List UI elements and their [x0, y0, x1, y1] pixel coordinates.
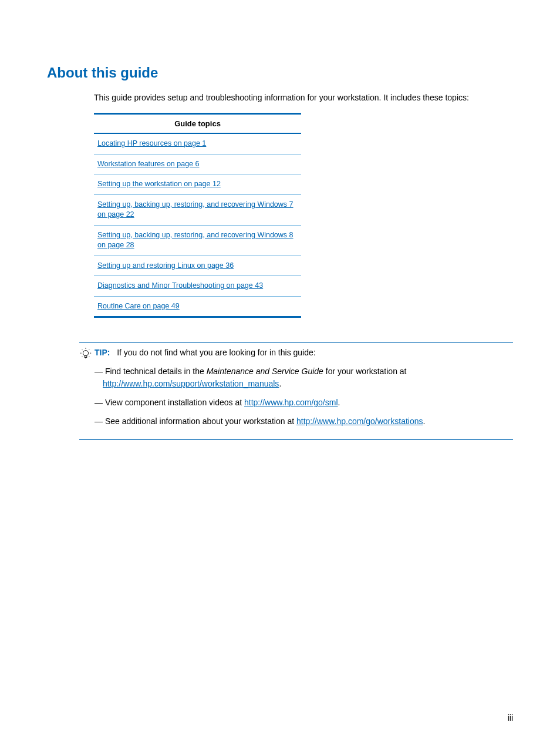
topic-link[interactable]: Setting up the workstation on page 12 [97, 180, 221, 188]
table-header: Guide topics [94, 114, 301, 134]
svg-line-5 [82, 350, 83, 350]
svg-line-6 [89, 350, 90, 350]
page-number: iii [508, 713, 513, 723]
sml-link[interactable]: http://www.hp.com/go/sml [244, 398, 338, 407]
workstations-link[interactable]: http://www.hp.com/go/workstations [296, 416, 423, 426]
guide-topics-table: Guide topics Locating HP resources on pa… [94, 113, 301, 318]
tip-line-3: — See additional information about your … [95, 415, 513, 428]
topic-link[interactable]: Setting up, backing up, restoring, and r… [97, 200, 294, 219]
svg-rect-9 [85, 356, 87, 358]
tip-callout: TIP: If you do not find what you are loo… [79, 342, 513, 440]
topic-link[interactable]: Locating HP resources on page 1 [97, 139, 206, 147]
page-heading: About this guide [47, 65, 513, 81]
svg-line-8 [89, 357, 90, 357]
tip-line-1: — Find technical details in the Maintena… [95, 365, 513, 391]
svg-line-7 [82, 357, 83, 357]
lightbulb-icon [79, 348, 92, 363]
tip-line-2: — View component installation videos at … [95, 396, 513, 409]
topic-link[interactable]: Routine Care on page 49 [97, 302, 180, 310]
tip-label: TIP: [95, 348, 110, 357]
guide-title-italic: Maintenance and Service Guide [207, 367, 323, 376]
tip-intro-text: If you do not find what you are looking … [117, 348, 316, 357]
topic-link[interactable]: Setting up and restoring Linux on page 3… [97, 261, 234, 270]
topic-link[interactable]: Workstation features on page 6 [97, 160, 200, 168]
svg-point-0 [83, 351, 88, 356]
intro-paragraph: This guide provides setup and troublesho… [94, 93, 513, 102]
topic-link[interactable]: Diagnostics and Minor Troubleshooting on… [97, 281, 263, 290]
manuals-link[interactable]: http://www.hp.com/support/workstation_ma… [103, 379, 279, 388]
tip-intro-line: TIP: If you do not find what you are loo… [95, 347, 513, 359]
topic-link[interactable]: Setting up, backing up, restoring, and r… [97, 231, 294, 250]
